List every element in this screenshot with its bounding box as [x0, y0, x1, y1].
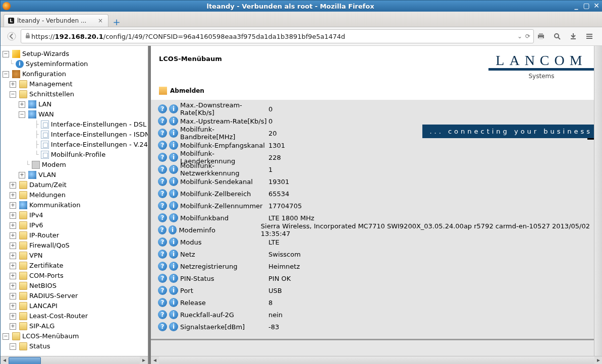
help-icon[interactable] — [158, 141, 167, 150]
sidebar-hscroll[interactable]: ◂ ▸ — [1, 356, 148, 364]
expand-icon[interactable]: + — [10, 212, 16, 219]
info-icon[interactable] — [169, 201, 178, 210]
downloads-button[interactable] — [566, 29, 580, 43]
main-hscroll[interactable]: ◂ ▸ — [151, 356, 602, 364]
info-icon[interactable] — [169, 177, 178, 186]
help-icon[interactable] — [158, 116, 167, 126]
main-vscroll[interactable] — [594, 46, 602, 356]
tree-item[interactable]: Firewall/QoS — [29, 240, 70, 251]
back-button[interactable] — [5, 29, 19, 43]
window-close-button[interactable]: ✕ — [592, 2, 600, 10]
tree-item[interactable]: Kommunikation — [29, 200, 80, 210]
expand-icon[interactable]: + — [10, 323, 16, 330]
tree-item[interactable]: Interface-Einstellungen - V.24 — [51, 140, 148, 150]
expand-icon[interactable]: + — [10, 81, 16, 88]
tree-item[interactable]: IPv4 — [29, 210, 43, 220]
scroll-right-icon[interactable]: ▸ — [140, 356, 148, 364]
help-icon[interactable] — [158, 286, 167, 295]
tree-item[interactable]: LCOS-Menübaum — [22, 331, 79, 341]
expand-icon[interactable]: + — [10, 303, 16, 310]
tree-item[interactable]: Konfiguration — [22, 69, 66, 79]
expand-icon[interactable]: + — [10, 283, 16, 289]
expand-icon[interactable]: − — [3, 51, 9, 57]
scroll-thumb[interactable] — [9, 357, 41, 364]
expand-icon[interactable]: − — [10, 91, 16, 98]
tree-item[interactable]: Zertifikate — [29, 261, 64, 271]
expand-icon[interactable]: − — [3, 71, 9, 78]
expand-icon[interactable]: + — [10, 182, 16, 189]
info-icon[interactable] — [169, 141, 178, 150]
scroll-left-icon[interactable]: ◂ — [151, 356, 159, 364]
info-icon[interactable] — [169, 298, 178, 307]
window-minimize-button[interactable]: _ — [572, 2, 580, 10]
expand-icon[interactable]: + — [10, 232, 16, 239]
tree-item[interactable]: Modem — [42, 160, 66, 170]
help-icon[interactable] — [158, 201, 167, 210]
expand-icon[interactable]: + — [10, 242, 16, 249]
reload-icon[interactable]: ⟳ — [525, 33, 530, 40]
info-icon[interactable] — [169, 213, 178, 222]
tree-item[interactable]: Systeminformation — [26, 59, 88, 69]
help-icon[interactable] — [158, 225, 167, 234]
help-icon[interactable] — [158, 262, 167, 271]
tree-item[interactable]: LANCAPI — [29, 301, 58, 311]
help-icon[interactable] — [158, 213, 167, 222]
info-icon[interactable] — [169, 104, 178, 113]
print-button[interactable] — [534, 29, 548, 43]
tree-item[interactable]: IP-Router — [29, 230, 59, 240]
help-icon[interactable] — [158, 237, 167, 247]
help-icon[interactable] — [158, 165, 167, 174]
tab-close-button[interactable]: × — [97, 17, 104, 24]
tree-item[interactable]: Management — [29, 79, 73, 89]
help-icon[interactable] — [158, 129, 167, 138]
expand-icon[interactable]: + — [10, 192, 16, 199]
window-maximize-button[interactable]: ▢ — [582, 2, 590, 10]
scroll-right-icon[interactable]: ▸ — [594, 356, 602, 364]
tree-item[interactable]: Interface-Einstellungen - DSL — [51, 119, 146, 130]
info-icon[interactable] — [169, 165, 178, 174]
tree-item[interactable]: Schnittstellen — [29, 89, 74, 99]
expand-icon[interactable]: + — [10, 253, 16, 259]
info-icon[interactable] — [169, 189, 178, 198]
tree-item[interactable]: VLAN — [38, 170, 56, 180]
tab-active[interactable]: L lteandy - Verbunden ... × — [4, 14, 108, 27]
tree-item[interactable]: Interface-Einstellungen - ISDN — [51, 130, 148, 140]
tree-item[interactable]: Status — [29, 341, 50, 351]
search-button[interactable] — [550, 29, 564, 43]
scroll-left-icon[interactable]: ◂ — [1, 356, 9, 364]
help-icon[interactable] — [158, 177, 167, 186]
expand-icon[interactable]: + — [10, 273, 16, 279]
dropdown-icon[interactable]: ⌄ — [517, 33, 522, 40]
tree-item[interactable]: IPv6 — [29, 220, 43, 230]
url-bar[interactable]: https://192.168.20.1/config/1/49/?CONFSI… — [21, 29, 534, 43]
tree-item[interactable]: Meldungen — [29, 190, 66, 200]
help-icon[interactable] — [158, 298, 167, 307]
logout-link[interactable]: Abmelden — [170, 87, 204, 94]
expand-icon[interactable]: + — [19, 101, 25, 108]
info-icon[interactable] — [169, 250, 178, 259]
tree-item[interactable]: WAN — [38, 109, 54, 119]
help-icon[interactable] — [158, 322, 167, 331]
info-icon[interactable] — [169, 129, 178, 138]
expand-icon[interactable]: − — [10, 343, 16, 350]
tree-item[interactable]: Setup-Wizards — [22, 49, 69, 59]
info-icon[interactable] — [169, 116, 178, 126]
info-icon[interactable] — [169, 274, 178, 283]
tree-item[interactable]: Datum/Zeit — [29, 180, 67, 190]
info-icon[interactable] — [169, 225, 177, 234]
help-icon[interactable] — [158, 104, 167, 113]
tree-item[interactable]: SIP-ALG — [29, 321, 54, 331]
expand-icon[interactable]: + — [19, 172, 25, 178]
tree-item[interactable]: RADIUS-Server — [29, 291, 78, 301]
expand-icon[interactable]: + — [10, 263, 16, 269]
menu-button[interactable] — [582, 29, 596, 43]
tree-item[interactable]: Least-Cost-Router — [29, 311, 88, 321]
expand-icon[interactable]: + — [10, 222, 16, 229]
info-icon[interactable] — [169, 310, 178, 319]
expand-icon[interactable]: + — [10, 293, 16, 299]
tree-item[interactable]: LAN — [38, 99, 51, 109]
help-icon[interactable] — [158, 310, 167, 319]
info-icon[interactable] — [169, 262, 178, 271]
tree-item[interactable]: COM-Ports — [29, 271, 64, 281]
expand-icon[interactable]: + — [10, 202, 16, 209]
